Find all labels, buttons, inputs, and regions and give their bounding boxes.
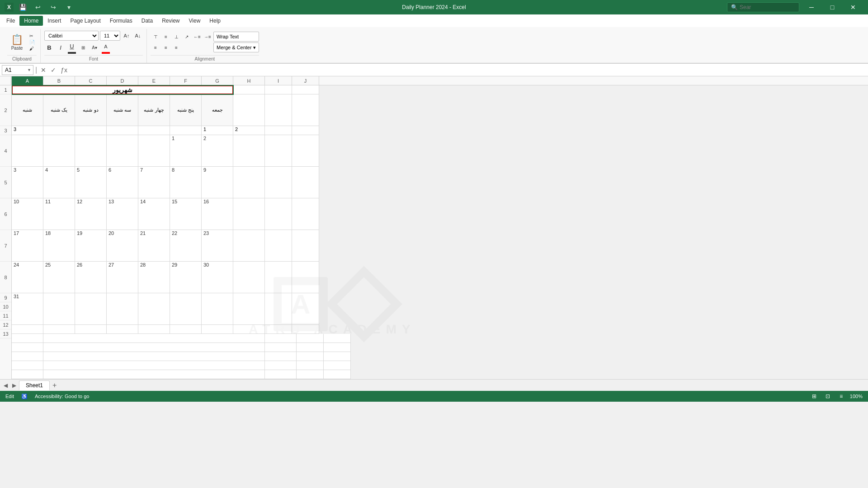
increase-font-button[interactable]: A↑ (122, 31, 132, 41)
cell-BG-extra2[interactable] (43, 334, 265, 343)
wrap-text-button[interactable]: Wrap Text (213, 32, 259, 42)
font-name-select[interactable]: Calibri (44, 31, 99, 41)
indent-increase-button[interactable]: →≡ (203, 32, 212, 42)
cell-I3[interactable] (265, 126, 292, 135)
align-right-button[interactable]: ≡ (171, 42, 181, 52)
paste-button[interactable]: 📋 Paste (7, 32, 27, 52)
col-header-H[interactable]: H (233, 76, 265, 85)
menu-formulas[interactable]: Formulas (105, 16, 137, 26)
row-12[interactable]: 12 (0, 320, 11, 329)
italic-button[interactable]: I (56, 42, 66, 52)
cell-J3[interactable] (292, 126, 319, 135)
cal-cell-10[interactable]: 10 (12, 198, 43, 230)
cell-A-extra2[interactable] (12, 334, 43, 343)
day-header-thu[interactable]: پنج شنبه (170, 94, 202, 126)
cell-BG-extra4[interactable] (43, 352, 265, 361)
search-box[interactable]: 🔍 (727, 2, 799, 12)
cell-BG-extra5[interactable] (43, 361, 265, 370)
row-5[interactable]: 5 (0, 167, 11, 198)
cell-J-extra3[interactable] (324, 343, 351, 352)
cell-C-extra1[interactable] (75, 325, 107, 334)
cal-cell-empty-w6-6[interactable] (170, 293, 202, 325)
cell-J5[interactable] (292, 167, 319, 198)
day-header-sat[interactable]: شنبه (12, 94, 43, 126)
cell-A-extra5[interactable] (12, 361, 43, 370)
indent-decrease-button[interactable]: ←≡ (192, 32, 202, 42)
menu-view[interactable]: View (184, 16, 205, 26)
sheet-nav-left[interactable]: ◀ (2, 381, 9, 389)
cal-cell-12[interactable]: 12 (75, 198, 107, 230)
cell-F3[interactable] (170, 126, 202, 135)
search-input[interactable] (740, 4, 795, 10)
cell-E3[interactable] (138, 126, 170, 135)
row-13[interactable]: 13 (0, 329, 11, 338)
cal-cell-23[interactable]: 23 (202, 230, 233, 262)
row-2[interactable]: 2 (0, 94, 11, 126)
align-center-button[interactable]: ≡ (161, 42, 171, 52)
cal-cell-30[interactable]: 30 (202, 262, 233, 293)
cell-F-extra1[interactable] (170, 325, 202, 334)
row-4[interactable]: 4 (0, 135, 11, 167)
menu-review[interactable]: Review (157, 16, 184, 26)
col-header-G[interactable]: G (202, 76, 233, 85)
cell-I1[interactable] (265, 85, 292, 94)
cell-I-extra4[interactable] (297, 352, 324, 361)
customize-qat-button[interactable]: ▾ (62, 2, 75, 13)
cell-J-extra1[interactable] (292, 325, 319, 334)
row-1[interactable]: 1 (0, 85, 11, 94)
menu-help[interactable]: Help (205, 16, 225, 26)
col-header-B[interactable]: B (43, 76, 75, 85)
copy-button[interactable]: 📄 (28, 39, 37, 45)
menu-data[interactable]: Data (137, 16, 157, 26)
col-header-E[interactable]: E (138, 76, 170, 85)
cal-cell-27[interactable]: 27 (107, 262, 138, 293)
merge-center-button[interactable]: Merge & Center ▾ (213, 42, 259, 52)
cell-BG-extra6[interactable] (43, 370, 265, 379)
cal-cell-24[interactable]: 24 (12, 262, 43, 293)
cell-G3[interactable]: 1 (202, 126, 233, 135)
add-sheet-button[interactable]: + (51, 381, 58, 389)
col-header-F[interactable]: F (170, 76, 202, 85)
cell-H6[interactable] (233, 198, 265, 230)
cal-cell-1[interactable]: 1 (170, 135, 202, 167)
close-button[interactable]: ✕ (843, 0, 863, 14)
day-header-tue[interactable]: سه شنبه (107, 94, 138, 126)
cell-C3[interactable] (75, 126, 107, 135)
cal-cell-25[interactable]: 25 (43, 262, 75, 293)
col-header-J[interactable]: J (292, 76, 319, 85)
cell-H-extra4[interactable] (265, 352, 297, 361)
format-painter-button[interactable]: 🖌 (28, 46, 37, 52)
minimize-button[interactable]: ─ (801, 0, 822, 14)
row-11[interactable]: 11 (0, 311, 11, 320)
sheet-nav-right[interactable]: ▶ (10, 381, 18, 389)
cell-J7[interactable] (292, 230, 319, 262)
cell-H1[interactable] (233, 85, 265, 94)
decrease-font-button[interactable]: A↓ (133, 31, 143, 41)
cal-cell-empty-w6-7[interactable] (202, 293, 233, 325)
row-10[interactable]: 10 (0, 302, 11, 311)
page-break-view-button[interactable]: ≡ (836, 391, 846, 401)
day-header-sun[interactable]: یک شنبه (43, 94, 75, 126)
cal-cell-empty-w6-4[interactable] (107, 293, 138, 325)
cell-I-extra1[interactable] (265, 325, 292, 334)
cell-I-extra2[interactable] (297, 334, 324, 343)
row-3[interactable]: 3 (0, 126, 11, 135)
cell-H5[interactable] (233, 167, 265, 198)
cell-A-extra6[interactable] (12, 370, 43, 379)
bold-button[interactable]: B (44, 42, 54, 52)
cal-cell-17[interactable]: 17 (12, 230, 43, 262)
cell-J9[interactable] (292, 293, 319, 325)
cal-cell-18[interactable]: 18 (43, 230, 75, 262)
redo-button[interactable]: ↪ (47, 2, 60, 13)
cal-cell-31[interactable]: 31 (12, 293, 43, 325)
day-header-wed[interactable]: چهار شنبه (138, 94, 170, 126)
cell-H9[interactable] (233, 293, 265, 325)
cell-J6[interactable] (292, 198, 319, 230)
cell-I7[interactable] (265, 230, 292, 262)
col-header-I[interactable]: I (265, 76, 292, 85)
col-header-A[interactable]: A (12, 76, 43, 85)
cell-H4[interactable] (233, 135, 265, 167)
cell-BG-extra3[interactable] (43, 343, 265, 352)
cal-cell-empty1[interactable] (12, 135, 43, 167)
cal-cell-3[interactable]: 3 (12, 167, 43, 198)
